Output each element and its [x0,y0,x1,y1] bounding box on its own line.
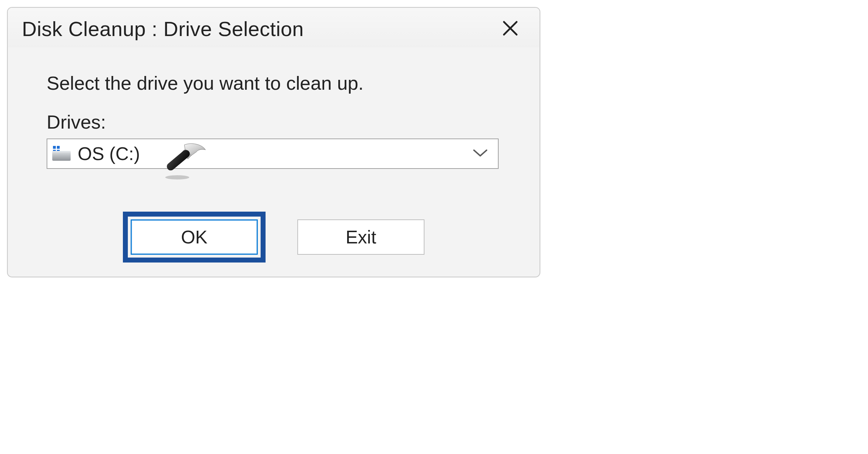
titlebar: Disk Cleanup : Drive Selection [8,8,540,47]
close-icon [502,20,519,38]
dialog-body: Select the drive you want to clean up. D… [8,47,540,169]
chevron-down-icon [472,148,488,159]
window-title: Disk Cleanup : Drive Selection [22,17,304,41]
instruction-text: Select the drive you want to clean up. [47,72,501,94]
close-button[interactable] [498,16,523,41]
svg-point-3 [165,175,189,179]
drive-icon [52,147,71,161]
exit-button[interactable]: Exit [297,219,424,255]
drives-label: Drives: [47,111,501,133]
disk-cleanup-dialog: Disk Cleanup : Drive Selection Select th… [7,7,540,277]
ok-button[interactable]: OK [131,219,258,255]
dialog-footer: OK Exit [8,212,540,263]
drives-dropdown-value: OS (C:) [78,143,140,164]
ok-button-highlight: OK [123,212,266,263]
drives-dropdown[interactable]: OS (C:) [47,138,499,169]
